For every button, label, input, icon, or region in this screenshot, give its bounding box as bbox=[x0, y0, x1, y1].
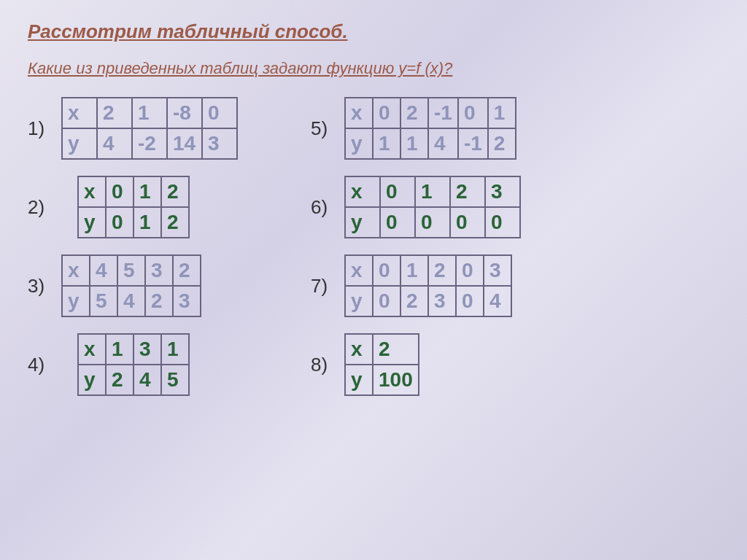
table-3: х 4 5 3 2 у 5 4 2 3 bbox=[61, 254, 201, 317]
cell: 3 bbox=[428, 286, 456, 316]
row-header-y: у bbox=[345, 207, 380, 238]
cell: 4 bbox=[117, 286, 145, 316]
right-column: 5) х 0 2 -1 0 1 у 1 1 4 -1 2 bbox=[311, 97, 521, 412]
item-2: 2) х 0 1 2 у 0 1 2 bbox=[28, 176, 238, 238]
cell: 4 bbox=[428, 128, 458, 159]
cell: 3 bbox=[173, 286, 201, 316]
table-row: у 5 4 2 3 bbox=[62, 286, 201, 316]
cell: 2 bbox=[450, 176, 485, 207]
row-header-y: у bbox=[78, 207, 106, 238]
row-header-x: х bbox=[62, 255, 90, 286]
cell: 0 bbox=[373, 255, 400, 286]
table-row: х 1 3 1 bbox=[78, 334, 189, 365]
item-8: 8) х 2 у 100 bbox=[311, 333, 521, 396]
cell: 0 bbox=[373, 98, 400, 128]
table-row: х 2 1 -8 0 bbox=[62, 98, 237, 128]
table-row: у 0 1 2 bbox=[78, 207, 189, 238]
cell: 0 bbox=[106, 207, 133, 238]
cell: 100 bbox=[373, 365, 419, 395]
cell: 0 bbox=[458, 98, 488, 128]
cell: 1 bbox=[106, 334, 133, 365]
cell: 2 bbox=[97, 98, 132, 128]
label-7: 7) bbox=[311, 275, 344, 298]
cell: 0 bbox=[456, 286, 484, 316]
item-4: 4) х 1 3 1 у 2 4 5 bbox=[28, 333, 238, 396]
cell: 0 bbox=[485, 207, 520, 238]
cell: 1 bbox=[133, 207, 161, 238]
item-7: 7) х 0 1 2 0 3 у 0 2 3 0 4 bbox=[311, 254, 521, 317]
cell: 2 bbox=[145, 286, 173, 316]
slide-title: Рассмотрим табличный способ. bbox=[28, 20, 719, 43]
cell: 0 bbox=[380, 207, 415, 238]
cell: 2 bbox=[428, 255, 456, 286]
table-row: у 0 0 0 0 bbox=[345, 207, 520, 238]
table-row: х 0 1 2 0 3 bbox=[345, 255, 511, 286]
label-3: 3) bbox=[28, 275, 61, 298]
cell: -1 bbox=[458, 128, 488, 159]
table-row: у 1 1 4 -1 2 bbox=[345, 128, 516, 159]
row-header-y: у bbox=[345, 128, 373, 159]
row-header-y: у bbox=[78, 365, 106, 395]
table-row: у 0 2 3 0 4 bbox=[345, 286, 511, 316]
cell: 5 bbox=[161, 365, 189, 395]
cell: 2 bbox=[161, 207, 189, 238]
item-3: 3) х 4 5 3 2 у 5 4 2 3 bbox=[28, 254, 238, 317]
table-1: х 2 1 -8 0 у 4 -2 14 3 bbox=[61, 97, 238, 160]
row-header-x: х bbox=[345, 98, 373, 128]
label-4: 4) bbox=[28, 354, 61, 376]
table-8: х 2 у 100 bbox=[344, 333, 419, 396]
cell: 4 bbox=[484, 286, 511, 316]
cell: 5 bbox=[90, 286, 117, 316]
table-row: х 0 1 2 3 bbox=[345, 176, 520, 207]
cell: 2 bbox=[400, 286, 428, 316]
table-row: х 2 bbox=[345, 334, 419, 365]
row-header-x: х bbox=[345, 176, 380, 207]
cell: 2 bbox=[161, 176, 189, 207]
item-6: 6) х 0 1 2 3 у 0 0 0 0 bbox=[311, 176, 521, 238]
cell: 2 bbox=[173, 255, 201, 286]
slide-subtitle: Какие из приведенных таблиц задают функц… bbox=[28, 59, 719, 78]
cell: 14 bbox=[167, 128, 202, 159]
table-5: х 0 2 -1 0 1 у 1 1 4 -1 2 bbox=[344, 97, 516, 160]
item-1: 1) х 2 1 -8 0 у 4 -2 14 3 bbox=[28, 97, 238, 160]
item-5: 5) х 0 2 -1 0 1 у 1 1 4 -1 2 bbox=[311, 97, 521, 160]
cell: 0 bbox=[106, 176, 133, 207]
row-header-x: х bbox=[345, 334, 373, 365]
row-header-y: у bbox=[345, 286, 373, 316]
cell: 3 bbox=[145, 255, 173, 286]
cell: 2 bbox=[488, 128, 516, 159]
cell: 0 bbox=[450, 207, 485, 238]
cell: -2 bbox=[132, 128, 167, 159]
table-6: х 0 1 2 3 у 0 0 0 0 bbox=[344, 176, 521, 238]
label-8: 8) bbox=[311, 354, 344, 376]
table-row: х 0 1 2 bbox=[78, 176, 189, 207]
cell: 3 bbox=[484, 255, 511, 286]
cell: 3 bbox=[202, 128, 237, 159]
label-5: 5) bbox=[311, 117, 344, 140]
table-2: х 0 1 2 у 0 1 2 bbox=[77, 176, 190, 238]
cell: 5 bbox=[117, 255, 145, 286]
cell: 1 bbox=[488, 98, 516, 128]
label-1: 1) bbox=[28, 117, 61, 140]
cell: 1 bbox=[133, 176, 161, 207]
cell: 1 bbox=[132, 98, 167, 128]
cell: 2 bbox=[373, 334, 419, 365]
row-header-x: х bbox=[62, 98, 97, 128]
label-6: 6) bbox=[311, 196, 344, 219]
cell: -1 bbox=[428, 98, 458, 128]
label-2: 2) bbox=[28, 196, 61, 219]
cell: 1 bbox=[400, 255, 428, 286]
cell: 2 bbox=[106, 365, 133, 395]
table-row: х 0 2 -1 0 1 bbox=[345, 98, 516, 128]
cell: 4 bbox=[97, 128, 132, 159]
cell: -8 bbox=[167, 98, 202, 128]
row-header-x: х bbox=[78, 176, 106, 207]
cell: 0 bbox=[456, 255, 484, 286]
cell: 1 bbox=[373, 128, 400, 159]
cell: 0 bbox=[415, 207, 450, 238]
row-header-y: у bbox=[62, 286, 90, 316]
row-header-x: х bbox=[78, 334, 106, 365]
cell: 1 bbox=[400, 128, 428, 159]
cell: 3 bbox=[485, 176, 520, 207]
row-header-y: у bbox=[62, 128, 97, 159]
